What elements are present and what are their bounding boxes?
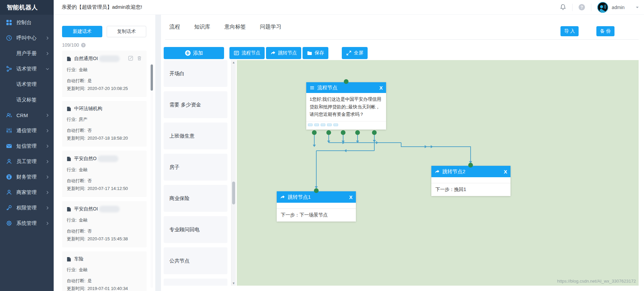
avatar[interactable] xyxy=(597,2,608,13)
bell-icon[interactable] xyxy=(559,4,567,11)
sidebar-item-label: 用户手册 xyxy=(16,50,45,57)
script-card[interactable]: 中环法辅机构 行业:房产 自动打断:否 更新时间:2020-07-18 18:5… xyxy=(62,101,147,147)
jump-node-button[interactable]: 跳转节点 xyxy=(266,47,301,59)
username[interactable]: admin xyxy=(612,5,625,10)
fullscreen-button[interactable]: 全屏 xyxy=(342,47,368,59)
scene-node-item[interactable]: 需要 多少资金 xyxy=(164,91,227,118)
sidebar-item[interactable]: 财务管理 xyxy=(0,169,54,185)
sidebar-item[interactable]: 权限管理 xyxy=(0,200,54,215)
import-button[interactable]: 导 入 xyxy=(560,26,579,36)
sidebar-item-label: CRM xyxy=(16,112,45,118)
censored-patch xyxy=(99,206,120,212)
welcome-text: 亲爱的【超级管理员】admin欢迎您! xyxy=(62,4,142,10)
updated-line: 更新时间:2020-07-18 18:58:20 xyxy=(67,135,142,141)
chevron-icon xyxy=(45,113,50,117)
scene-node-item[interactable]: 商业保险 xyxy=(164,185,227,212)
tab[interactable]: 知识库 xyxy=(194,23,210,36)
help-icon[interactable]: ? xyxy=(578,4,585,11)
script-card[interactable]: 平安自然O 行业:金融 自动打断:否 更新时间:2020-07-17 14:12… xyxy=(62,151,147,197)
flow-node-title: 流程节点 xyxy=(317,85,337,91)
chevron-icon xyxy=(45,159,50,164)
sidebar-item[interactable]: 话术管理 xyxy=(0,61,54,77)
sidebar-item[interactable]: 商家管理 xyxy=(0,185,54,200)
scene-node-item[interactable]: 开场白 xyxy=(164,60,227,87)
tab[interactable]: 流程 xyxy=(169,23,180,36)
flow-node-button[interactable]: 流程节点 xyxy=(229,47,265,59)
close-icon[interactable]: X xyxy=(346,194,353,200)
chevron-icon xyxy=(45,175,50,179)
flow-canvas[interactable]: 流程节点 X 1您好;我们这边是中国平安办理信用贷款和抵押贷款的;;最快当天到帐… xyxy=(237,60,639,286)
script-title: 车险 xyxy=(74,256,84,262)
scene-node-label: 需要 多少资金 xyxy=(169,102,201,108)
scene-node-item[interactable]: 公共节点 xyxy=(164,247,227,274)
svg-text:?: ? xyxy=(581,5,583,10)
caret-down-icon[interactable] xyxy=(635,5,639,9)
scene-node-label: 开场白 xyxy=(169,70,184,77)
sidebar-menu: 控制台 呼叫中心 用户手册 话术管理 话术管理 语义标签 CRM 通信管理 xyxy=(0,15,54,291)
interrupt-line: 自动打断:否 xyxy=(67,128,142,134)
edit-icon[interactable] xyxy=(128,56,133,61)
scene-node-item[interactable]: 挽回1 xyxy=(164,279,227,286)
sidebar-item[interactable]: 语义标签 xyxy=(0,92,54,107)
sidebar-item[interactable]: 员工管理 xyxy=(0,154,54,169)
script-card[interactable]: 自然通用OI 行业:金融 自动打断:是 更新时间:2020-07-20 10:0… xyxy=(62,51,147,97)
sidebar-item-label: 权限管理 xyxy=(16,205,45,211)
flow-editor-panel: 流程知识库意向标签问题学习 导 入 备 份 添加 流程节点 xyxy=(161,15,644,291)
script-card[interactable]: 平安自然OI 行业:金融 自动打断:否 更新时间:2020-07-15 15:4… xyxy=(62,201,147,247)
sidebar-item-icon xyxy=(6,174,12,180)
jump-arrow-icon xyxy=(270,50,276,56)
intent-tag-row xyxy=(306,121,386,130)
scroll-down-icon[interactable]: ▼ xyxy=(231,281,236,286)
jump-node-card-2[interactable]: 跳转节点2 X 下一步：挽回1 xyxy=(431,166,511,196)
sidebar-item[interactable]: 呼叫中心 xyxy=(0,30,54,46)
fullscreen-icon xyxy=(346,50,352,56)
sidebar-item[interactable]: CRM xyxy=(0,107,54,123)
scrollbar-thumb[interactable] xyxy=(151,64,153,91)
scrollbar-thumb[interactable] xyxy=(232,182,235,204)
intent-tag[interactable] xyxy=(308,124,313,126)
flow-toolbar: 添加 流程节点 跳转节点 保存 xyxy=(162,47,639,59)
jump-node-header[interactable]: 跳转节点2 X xyxy=(431,166,511,177)
sidebar-item[interactable]: 系统管理 xyxy=(0,215,54,231)
industry-line: 行业:金融 xyxy=(67,167,142,173)
close-icon[interactable]: X xyxy=(377,85,383,91)
bars-icon xyxy=(310,85,315,90)
new-script-button[interactable]: 新建话术 xyxy=(62,26,102,37)
scene-node-item[interactable]: 专业顾问回电 xyxy=(164,216,227,243)
jump-node-card-1[interactable]: 跳转节点1 X 下一步：下一场景节点 xyxy=(277,191,356,222)
tab[interactable]: 问题学习 xyxy=(260,23,281,36)
sidebar-item[interactable]: 用户手册 xyxy=(0,46,54,61)
flow-node-header[interactable]: 流程节点 X xyxy=(306,82,386,93)
copy-script-button[interactable]: 复制话术 xyxy=(107,26,146,37)
intent-tag[interactable] xyxy=(327,124,332,126)
top-header: 亲爱的【超级管理员】admin欢迎您! ? admin xyxy=(54,0,644,15)
sidebar-item-label: 商家管理 xyxy=(16,189,45,196)
scrollbar[interactable] xyxy=(151,64,153,288)
scene-node-label: 专业顾问回电 xyxy=(169,227,200,233)
save-button[interactable]: 保存 xyxy=(303,47,328,59)
jump-node-title: 跳转节点2 xyxy=(442,168,465,175)
scene-node-item[interactable]: 上班做生意 xyxy=(164,123,227,149)
intent-tag[interactable] xyxy=(333,124,338,126)
jump-node-header[interactable]: 跳转节点1 X xyxy=(277,191,356,203)
interrupt-line: 自动打断:否 xyxy=(67,178,142,184)
add-node-button[interactable]: 添加 xyxy=(164,47,224,59)
scroll-up-icon[interactable]: ▲ xyxy=(231,60,236,65)
intent-tag[interactable] xyxy=(321,124,325,126)
sidebar-item[interactable]: 控制台 xyxy=(0,15,54,30)
delete-icon[interactable] xyxy=(137,56,142,61)
script-card[interactable]: 车险 行业:金融 自动打断:是 更新时间:2019-07-01 10:40:34 xyxy=(62,251,147,291)
flow-node-card[interactable]: 流程节点 X 1您好;我们这边是中国平安办理信用贷款和抵押贷款的;;最快当天到帐… xyxy=(306,82,386,130)
intent-tag[interactable] xyxy=(314,124,319,126)
sidebar-item[interactable]: 话术管理 xyxy=(0,77,54,92)
industry-line: 行业:金融 xyxy=(67,67,142,73)
sidebar-item[interactable]: 通信管理 xyxy=(0,123,54,138)
sidebar-item[interactable]: 短信管理 xyxy=(0,138,54,154)
close-icon[interactable]: X xyxy=(501,169,507,175)
chevron-icon xyxy=(45,144,50,148)
question-icon[interactable]: ? xyxy=(81,43,86,48)
scene-node-item[interactable]: 房子 xyxy=(164,154,227,181)
scrollbar[interactable]: ▲ ▼ xyxy=(231,60,236,286)
tab[interactable]: 意向标签 xyxy=(224,23,246,36)
backup-button[interactable]: 备 份 xyxy=(596,26,614,36)
